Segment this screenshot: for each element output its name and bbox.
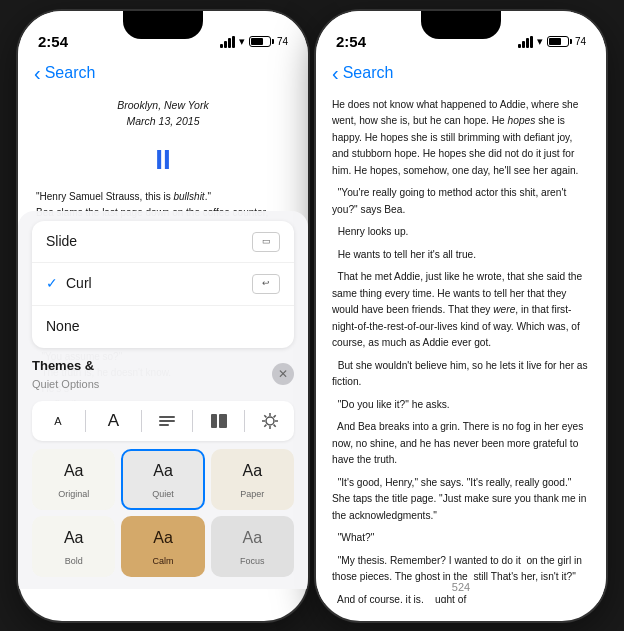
left-book-content: Brooklyn, New York March 13, 2015 II "He… <box>18 89 308 589</box>
signal-bar-3 <box>228 38 231 48</box>
back-chevron-icon: ‹ <box>34 63 41 83</box>
theme-quiet[interactable]: Aa Quiet <box>121 449 204 510</box>
curl-checkmark-icon: ✓ <box>46 273 58 295</box>
slide-label: Slide <box>46 231 77 253</box>
signal-icon <box>220 36 235 48</box>
theme-calm-label: Aa <box>153 526 173 551</box>
right-nav-bar: ‹ Search <box>316 61 606 89</box>
divider-4 <box>244 410 245 432</box>
left-back-button[interactable]: ‹ Search <box>34 63 95 83</box>
battery-icon <box>249 36 271 47</box>
layout-button[interactable] <box>205 407 233 435</box>
none-label: None <box>46 316 79 338</box>
svg-line-10 <box>264 415 266 417</box>
slide-option-slide[interactable]: Slide ▭ <box>32 221 294 264</box>
right-back-chevron-icon: ‹ <box>332 63 339 83</box>
signal-bar-4 <box>232 36 235 48</box>
theme-grid: Aa Original Aa Quiet Aa Paper Aa Bold <box>32 449 294 576</box>
font-increase-button[interactable]: A <box>98 407 130 435</box>
brightness-icon <box>262 413 278 429</box>
right-signal-icon <box>518 36 533 48</box>
svg-rect-2 <box>159 424 169 426</box>
theme-paper-label: Aa <box>243 459 263 484</box>
right-wifi-icon: ▾ <box>537 35 543 48</box>
svg-line-13 <box>274 415 276 417</box>
right-status-bar: 2:54 ▾ 74 <box>316 11 606 61</box>
signal-bar-2 <box>224 41 227 48</box>
divider-2 <box>141 410 142 432</box>
theme-quiet-label: Aa <box>153 459 173 484</box>
left-notch <box>123 11 203 39</box>
left-nav-bar: ‹ Search <box>18 61 308 89</box>
layout-icon <box>211 414 227 428</box>
right-battery-text: 74 <box>575 36 586 47</box>
wifi-icon: ▾ <box>239 35 245 48</box>
theme-original[interactable]: Aa Original <box>32 449 115 510</box>
svg-line-11 <box>274 425 276 427</box>
svg-point-5 <box>266 417 274 425</box>
svg-rect-4 <box>219 414 227 428</box>
left-back-label: Search <box>45 64 96 82</box>
svg-rect-1 <box>159 420 175 422</box>
right-phone: 2:54 ▾ 74 ‹ Search <box>316 11 606 621</box>
chapter-number: II <box>36 138 290 181</box>
slide-option-none[interactable]: None <box>32 306 294 348</box>
themes-close-button[interactable]: ✕ <box>272 363 294 385</box>
page-number: 524 <box>452 581 470 593</box>
svg-line-12 <box>264 425 266 427</box>
phones-container: 2:54 ▾ 74 ‹ Search <box>18 11 606 621</box>
theme-focus-label: Aa <box>243 526 263 551</box>
left-status-bar: 2:54 ▾ 74 <box>18 11 308 61</box>
svg-rect-3 <box>211 414 217 428</box>
divider-1 <box>85 410 86 432</box>
themes-title: Themes & <box>32 356 99 376</box>
right-back-label: Search <box>343 64 394 82</box>
font-type-icon <box>158 414 176 428</box>
right-book-content: He does not know what happened to Addie,… <box>316 89 606 603</box>
left-status-icons: ▾ 74 <box>220 35 288 48</box>
slide-options-menu: Slide ▭ ✓ Curl ↩ None <box>32 221 294 348</box>
theme-bold-label: Aa <box>64 526 84 551</box>
book-title: Brooklyn, New York March 13, 2015 <box>36 97 290 131</box>
theme-paper[interactable]: Aa Paper <box>211 449 294 510</box>
curl-label: Curl <box>66 273 92 295</box>
right-time: 2:54 <box>336 33 366 50</box>
font-decrease-button[interactable]: A <box>42 407 74 435</box>
right-back-button[interactable]: ‹ Search <box>332 63 393 83</box>
battery-text: 74 <box>277 36 288 47</box>
slide-option-curl[interactable]: ✓ Curl ↩ <box>32 263 294 306</box>
theme-focus[interactable]: Aa Focus <box>211 516 294 577</box>
themes-header: Themes & Quiet Options ✕ <box>32 356 294 393</box>
theme-bold[interactable]: Aa Bold <box>32 516 115 577</box>
right-battery-icon <box>547 36 569 47</box>
brightness-button[interactable] <box>256 407 284 435</box>
right-phone-body: He does not know what happened to Addie,… <box>316 89 606 603</box>
left-phone: 2:54 ▾ 74 ‹ Search <box>18 11 308 621</box>
right-notch <box>421 11 501 39</box>
font-controls: A A <box>32 401 294 441</box>
slide-icon: ▭ <box>252 232 280 252</box>
theme-original-label: Aa <box>64 459 84 484</box>
left-time: 2:54 <box>38 33 68 50</box>
svg-rect-0 <box>159 416 175 418</box>
theme-calm[interactable]: Aa Calm <box>121 516 204 577</box>
right-status-icons: ▾ 74 <box>518 35 586 48</box>
signal-bar-1 <box>220 44 223 48</box>
divider-3 <box>192 410 193 432</box>
curl-icon: ↩ <box>252 274 280 294</box>
overlay-panel: Slide ▭ ✓ Curl ↩ None <box>18 211 308 589</box>
themes-subtitle: Quiet Options <box>32 376 99 393</box>
font-type-button[interactable] <box>153 407 181 435</box>
